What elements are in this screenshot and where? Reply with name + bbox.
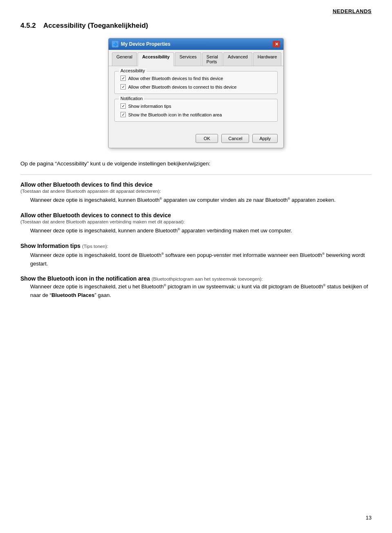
tab-services[interactable]: Services <box>175 52 201 66</box>
ok-button[interactable]: OK <box>196 134 218 143</box>
dialog-app-icon: 🔷 <box>112 41 118 47</box>
language-label: NEDERLANDS <box>20 8 372 14</box>
feature-info-tips-title: Show Information tips <box>20 243 80 249</box>
tab-serial-ports[interactable]: Serial Ports <box>202 52 223 66</box>
dialog-wrapper: 🔷 My Device Properties ✕ General Accessi… <box>20 38 372 148</box>
dialog-title: My Device Properties <box>121 41 170 47</box>
tab-general[interactable]: General <box>112 52 137 66</box>
feature-find-device-title: Allow other Bluetooth devices to find th… <box>20 181 372 188</box>
tab-advanced[interactable]: Advanced <box>223 52 252 66</box>
accessibility-group: Accessibility Allow other Bluetooth devi… <box>114 71 278 94</box>
apply-button[interactable]: Apply <box>252 134 278 143</box>
feature-find-device-description: Wanneer deze optie is ingeschakeld, kunn… <box>20 196 372 205</box>
checkbox-notification-icon[interactable] <box>120 112 126 117</box>
section-number: 4.5.2 <box>20 22 36 29</box>
dialog-titlebar: 🔷 My Device Properties ✕ <box>109 38 283 50</box>
feature-notification-area-subtitle: (Bluetoothpictogram aan het systeemvak t… <box>151 277 263 281</box>
checkbox-notification-icon-label: Show the Bluetooth icon in the notificat… <box>128 112 222 117</box>
checkbox-info-tips[interactable] <box>120 103 126 109</box>
feature-info-tips: Show Information tips (Tips tonen): Wann… <box>20 243 372 268</box>
accessibility-group-title: Accessibility <box>119 68 147 73</box>
page-number: 13 <box>366 515 372 521</box>
feature-find-device: Allow other Bluetooth devices to find th… <box>20 181 372 205</box>
notification-group: Notification Show information tips Show … <box>114 99 278 122</box>
feature-find-device-subtitle: (Toestaan dat andere Bluetooth apparaten… <box>20 189 372 194</box>
dialog-buttons: OK Cancel Apply <box>109 132 283 148</box>
feature-notification-area-description: Wanneer deze optie is ingeschakeld, ziet… <box>20 283 372 300</box>
checkbox-row-connect: Allow other Bluetooth devices to connect… <box>120 84 272 89</box>
titlebar-left: 🔷 My Device Properties <box>112 41 170 47</box>
checkbox-info-tips-label: Show information tips <box>128 104 171 109</box>
feature-connect-device-description: Wanneer deze optie is ingeschakeld, kunn… <box>20 227 372 235</box>
tab-hardware[interactable]: Hardware <box>253 52 282 66</box>
section-divider <box>20 174 372 175</box>
dialog-tabs: General Accessibility Services Serial Po… <box>109 50 283 66</box>
section-heading: Accessibility (Toegankelijkheid) <box>43 22 148 29</box>
checkbox-row-find: Allow other Bluetooth devices to find th… <box>120 76 272 81</box>
notification-group-title: Notification <box>119 96 144 101</box>
cancel-button[interactable]: Cancel <box>221 134 249 143</box>
feature-notification-area-title: Show the Bluetooth icon in the notificat… <box>20 275 372 282</box>
section-title: 4.5.2 Accessibility (Toegankelijkheid) <box>20 22 372 30</box>
feature-connect-device-title: Allow other Bluetooth devices to connect… <box>20 212 372 219</box>
device-properties-dialog: 🔷 My Device Properties ✕ General Accessi… <box>108 38 284 148</box>
feature-info-tips-description: Wanneer deze optie is ingeschakeld, toon… <box>20 251 372 268</box>
checkbox-row-info-tips: Show information tips <box>120 103 272 109</box>
checkbox-find-device[interactable] <box>120 76 126 81</box>
checkbox-row-notification-icon: Show the Bluetooth icon in the notificat… <box>120 112 272 117</box>
checkbox-connect-device-label: Allow other Bluetooth devices to connect… <box>128 85 236 89</box>
dialog-close-button[interactable]: ✕ <box>273 41 280 47</box>
feature-connect-device-subtitle: (Toestaan dat andere Bluetooth apparaten… <box>20 219 372 224</box>
feature-connect-device: Allow other Bluetooth devices to connect… <box>20 212 372 235</box>
tab-accessibility[interactable]: Accessibility <box>138 52 174 66</box>
checkbox-connect-device[interactable] <box>120 84 126 89</box>
dialog-content: Accessibility Allow other Bluetooth devi… <box>109 66 283 132</box>
feature-notification-area: Show the Bluetooth icon in the notificat… <box>20 275 372 300</box>
checkbox-find-device-label: Allow other Bluetooth devices to find th… <box>128 76 223 81</box>
feature-info-tips-subtitle: (Tips tonen): <box>82 244 108 249</box>
intro-text: Op de pagina “Accessibility” kunt u de v… <box>20 160 372 168</box>
